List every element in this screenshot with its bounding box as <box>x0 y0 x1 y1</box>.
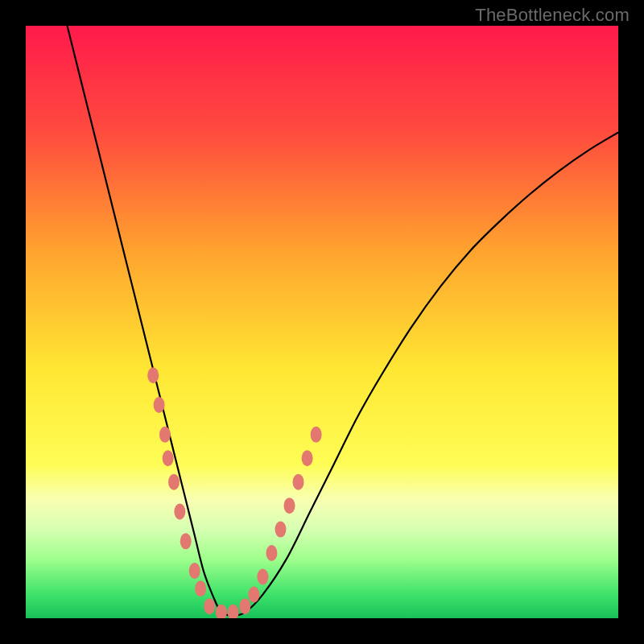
data-marker <box>174 504 185 520</box>
data-marker <box>147 367 159 383</box>
data-marker <box>311 427 322 443</box>
watermark-text: TheBottleneck.com <box>475 5 630 26</box>
curve-layer <box>26 26 618 618</box>
data-marker <box>275 522 286 538</box>
data-marker <box>284 497 295 514</box>
data-marker <box>239 598 250 614</box>
chart-frame: TheBottleneck.com <box>0 0 644 644</box>
data-marker <box>293 474 304 490</box>
data-marker <box>204 598 215 614</box>
bottleneck-curve <box>68 26 618 615</box>
marker-group <box>147 367 321 618</box>
data-marker <box>163 450 174 466</box>
data-marker <box>266 545 277 561</box>
data-marker <box>228 605 239 618</box>
data-marker <box>154 397 165 413</box>
data-marker <box>168 474 180 490</box>
data-marker <box>189 563 200 579</box>
data-marker <box>257 568 268 584</box>
data-marker <box>195 580 206 597</box>
data-marker <box>180 533 192 549</box>
plot-area <box>26 26 618 618</box>
data-marker <box>302 450 313 466</box>
data-marker <box>248 587 259 603</box>
data-marker <box>159 427 171 443</box>
